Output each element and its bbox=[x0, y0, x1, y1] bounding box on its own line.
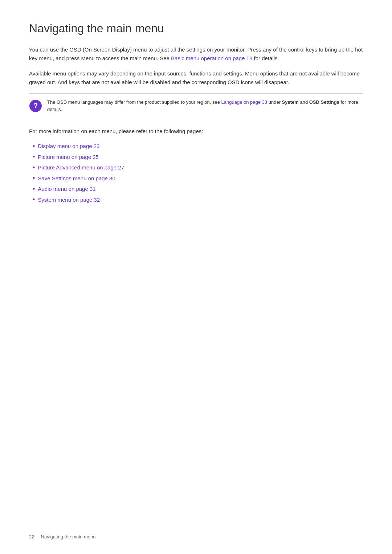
bullet-save-settings: • bbox=[33, 175, 35, 181]
audio-menu-link[interactable]: Audio menu on page 31 bbox=[38, 184, 95, 194]
bullet-audio: • bbox=[33, 186, 35, 192]
list-item-display: • Display menu on page 23 bbox=[33, 141, 363, 151]
paragraph-1-text-end: for details. bbox=[252, 55, 279, 61]
note-bold-system: System bbox=[282, 99, 299, 105]
basic-menu-link[interactable]: Basic menu operation on page 18 bbox=[171, 55, 252, 61]
note-text-start: The OSD menu languages may differ from t… bbox=[47, 99, 221, 105]
bullet-picture-advanced: • bbox=[33, 164, 35, 171]
list-item-picture: • Picture menu on page 25 bbox=[33, 152, 363, 162]
paragraph-2: Available menu options may vary dependin… bbox=[29, 69, 363, 87]
system-menu-link[interactable]: System menu on page 32 bbox=[38, 195, 100, 205]
display-menu-link[interactable]: Display menu on page 23 bbox=[38, 141, 99, 151]
for-more-text: For more information on each menu, pleas… bbox=[29, 127, 363, 136]
list-item-system: • System menu on page 32 bbox=[33, 195, 363, 205]
note-bold-osd: OSD Settings bbox=[309, 99, 339, 105]
bullet-system: • bbox=[33, 196, 35, 203]
bullet-display: • bbox=[33, 143, 35, 149]
footer-text: Navigating the main menu bbox=[41, 534, 96, 539]
list-item-picture-advanced: • Picture Advanced menu on page 27 bbox=[33, 163, 363, 172]
note-text-and: and bbox=[299, 99, 309, 105]
note-box: ? The OSD menu languages may differ from… bbox=[29, 93, 363, 118]
note-text-middle: under bbox=[267, 99, 282, 105]
language-link[interactable]: Language on page 33 bbox=[221, 99, 268, 105]
save-settings-menu-link[interactable]: Save Settings menu on page 30 bbox=[38, 174, 115, 183]
picture-menu-link[interactable]: Picture menu on page 25 bbox=[38, 152, 99, 162]
info-icon: ? bbox=[29, 99, 42, 112]
page-title: Navigating the main menu bbox=[29, 22, 363, 35]
list-item-save-settings: • Save Settings menu on page 30 bbox=[33, 174, 363, 183]
picture-advanced-menu-link[interactable]: Picture Advanced menu on page 27 bbox=[38, 163, 124, 172]
bullet-picture: • bbox=[33, 153, 35, 160]
paragraph-1: You can use the OSD (On Screen Display) … bbox=[29, 45, 363, 63]
page-container: Navigating the main menu You can use the… bbox=[0, 0, 392, 235]
page-footer: 22 Navigating the main menu bbox=[29, 534, 96, 539]
note-text: The OSD menu languages may differ from t… bbox=[47, 99, 363, 113]
svg-text:?: ? bbox=[33, 102, 38, 110]
menu-links-list: • Display menu on page 23 • Picture menu… bbox=[33, 141, 363, 204]
footer-page-number: 22 bbox=[29, 534, 34, 539]
list-item-audio: • Audio menu on page 31 bbox=[33, 184, 363, 194]
